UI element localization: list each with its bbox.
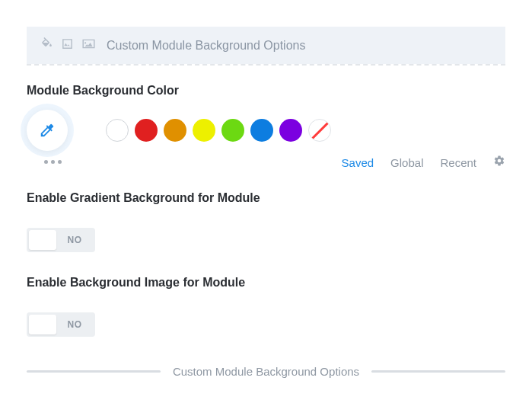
gradient-section-label: Enable Gradient Background for Module <box>27 191 505 205</box>
header-title: Custom Module Background Options <box>107 39 305 53</box>
footer: Custom Module Background Options <box>27 365 505 378</box>
swatch-blue[interactable] <box>250 119 273 142</box>
header-bar: Custom Module Background Options <box>27 27 505 64</box>
toggle-knob <box>29 315 56 334</box>
eyedropper-button[interactable] <box>27 110 68 151</box>
footer-text: Custom Module Background Options <box>173 365 359 378</box>
gradient-toggle[interactable]: NO <box>27 228 95 252</box>
tabs-row: Saved Global Recent <box>27 155 505 170</box>
fill-icon <box>40 37 53 53</box>
image-section: Enable Background Image for Module NO <box>27 276 505 338</box>
image-toggle-label: NO <box>56 319 93 330</box>
swatch-row <box>27 110 505 151</box>
swatch-white[interactable] <box>106 119 129 142</box>
dashed-divider <box>27 64 505 66</box>
tab-global[interactable]: Global <box>390 156 423 169</box>
footer-line-right <box>371 370 505 373</box>
image-frame-icon <box>61 37 74 53</box>
tab-saved[interactable]: Saved <box>342 156 374 169</box>
swatch-red[interactable] <box>135 119 158 142</box>
swatch-orange[interactable] <box>164 119 186 142</box>
gradient-section: Enable Gradient Background for Module NO <box>27 191 505 253</box>
swatch-black[interactable] <box>77 119 100 142</box>
swatch-none[interactable] <box>308 119 331 142</box>
footer-line-left <box>27 370 161 373</box>
tab-recent[interactable]: Recent <box>440 156 476 169</box>
gradient-toggle-label: NO <box>56 235 93 245</box>
image-icon <box>81 37 96 53</box>
swatch-purple[interactable] <box>279 119 302 142</box>
swatch-yellow[interactable] <box>193 119 215 142</box>
swatch-green[interactable] <box>221 119 244 142</box>
gear-icon[interactable] <box>493 155 505 170</box>
image-section-label: Enable Background Image for Module <box>27 276 505 290</box>
image-toggle[interactable]: NO <box>27 312 95 337</box>
color-section-label: Module Background Color <box>27 84 505 98</box>
header-icons <box>40 37 96 53</box>
toggle-knob <box>29 230 56 250</box>
module-bg-color-section: Module Background Color <box>27 84 505 164</box>
